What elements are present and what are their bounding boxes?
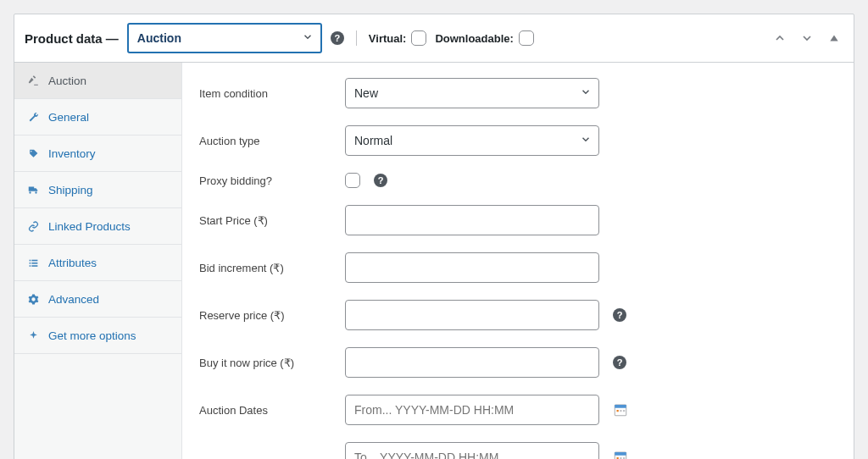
product-type-select[interactable]: Auction xyxy=(127,23,322,53)
field-auction-dates-to xyxy=(199,442,837,459)
question-mark-icon[interactable]: ? xyxy=(613,308,626,322)
field-bid-increment: Bid increment (₹) xyxy=(199,252,837,283)
virtual-label: Virtual: xyxy=(369,32,407,45)
tab-auction[interactable]: Auction xyxy=(14,63,181,99)
svg-rect-5 xyxy=(29,265,31,267)
proxy-bidding-label: Proxy bidding? xyxy=(199,174,331,187)
auction-date-to-input[interactable] xyxy=(345,442,599,459)
bid-increment-input[interactable] xyxy=(345,252,599,283)
tag-icon xyxy=(26,147,40,160)
svg-rect-11 xyxy=(623,410,625,412)
tab-label: Auction xyxy=(48,75,86,87)
auction-type-value: Normal xyxy=(354,134,392,147)
svg-rect-9 xyxy=(617,410,619,412)
chevron-down-icon xyxy=(302,31,314,46)
move-up-icon[interactable] xyxy=(771,29,789,47)
wrench-icon xyxy=(26,110,40,124)
auction-date-from-input[interactable] xyxy=(345,395,599,425)
tab-label: Inventory xyxy=(48,147,96,160)
start-price-label: Start Price (₹) xyxy=(199,214,331,227)
buy-now-price-label: Buy it now price (₹) xyxy=(199,357,331,369)
proxy-bidding-checkbox[interactable] xyxy=(345,173,360,188)
start-price-input[interactable] xyxy=(345,205,599,235)
auction-dates-label: Auction Dates xyxy=(199,404,331,417)
tab-general[interactable]: General xyxy=(14,99,181,135)
toggle-panel-icon[interactable] xyxy=(825,29,843,47)
svg-rect-3 xyxy=(29,262,31,263)
gear-icon xyxy=(26,292,40,306)
panel-title: Product data — xyxy=(25,31,119,46)
reserve-price-input[interactable] xyxy=(345,300,599,330)
tab-label: Advanced xyxy=(48,293,99,306)
field-proxy-bidding: Proxy bidding? ? xyxy=(199,173,837,188)
chevron-down-icon xyxy=(580,134,592,148)
list-icon xyxy=(26,256,40,269)
item-condition-value: New xyxy=(354,86,378,100)
tab-linked-products[interactable]: Linked Products xyxy=(14,208,181,245)
tab-label: Get more options xyxy=(48,329,136,342)
virtual-checkbox[interactable] xyxy=(411,30,426,46)
truck-icon xyxy=(26,183,40,196)
calendar-icon[interactable] xyxy=(613,450,628,459)
link-icon xyxy=(26,219,40,233)
move-down-icon[interactable] xyxy=(798,29,816,47)
svg-rect-4 xyxy=(31,262,37,263)
field-reserve-price: Reserve price (₹) ? xyxy=(199,300,837,330)
tab-label: Shipping xyxy=(48,184,93,196)
tab-label: Attributes xyxy=(48,257,97,269)
tab-get-more-options[interactable]: Get more options xyxy=(14,318,181,354)
reserve-price-label: Reserve price (₹) xyxy=(199,309,331,322)
product-data-panel: Product data — Auction ? Virtual: Downlo… xyxy=(14,14,854,459)
tab-inventory[interactable]: Inventory xyxy=(14,135,181,172)
field-auction-type: Auction type Normal xyxy=(199,125,837,156)
svg-marker-0 xyxy=(830,36,837,41)
item-condition-label: Item condition xyxy=(199,87,331,100)
field-buy-now-price: Buy it now price (₹) ? xyxy=(199,347,837,378)
separator xyxy=(356,30,357,46)
buy-now-price-input[interactable] xyxy=(345,347,599,378)
svg-rect-13 xyxy=(615,452,626,456)
auction-type-select[interactable]: Normal xyxy=(345,125,599,156)
question-mark-icon[interactable]: ? xyxy=(613,356,626,369)
bid-increment-label: Bid increment (₹) xyxy=(199,262,331,274)
tabs-sidebar: Auction General Inventory Shipping xyxy=(14,63,182,459)
panel-body: Auction General Inventory Shipping xyxy=(14,63,854,459)
tab-content: Item condition New Auction type Normal xyxy=(182,63,854,459)
sparkle-icon xyxy=(26,329,40,342)
downloadable-checkbox[interactable] xyxy=(519,30,534,46)
downloadable-label: Downloadable: xyxy=(435,32,513,45)
field-auction-dates-from: Auction Dates xyxy=(199,395,837,425)
question-mark-icon[interactable]: ? xyxy=(374,174,387,187)
auction-type-label: Auction type xyxy=(199,135,331,147)
virtual-option: Virtual: xyxy=(369,30,427,46)
field-item-condition: Item condition New xyxy=(199,78,837,108)
tab-shipping[interactable]: Shipping xyxy=(14,172,181,208)
svg-rect-8 xyxy=(615,405,626,408)
tab-advanced[interactable]: Advanced xyxy=(14,281,181,318)
panel-header: Product data — Auction ? Virtual: Downlo… xyxy=(14,14,854,63)
calendar-icon[interactable] xyxy=(613,402,628,418)
tab-label: General xyxy=(48,111,89,124)
product-type-value: Auction xyxy=(137,31,181,45)
svg-rect-6 xyxy=(31,265,37,267)
field-start-price: Start Price (₹) xyxy=(199,205,837,235)
svg-rect-1 xyxy=(29,259,31,261)
item-condition-select[interactable]: New xyxy=(345,78,599,108)
chevron-down-icon xyxy=(580,86,592,101)
tab-label: Linked Products xyxy=(48,220,131,233)
svg-rect-2 xyxy=(31,259,37,261)
question-mark-icon[interactable]: ? xyxy=(331,31,344,45)
hammer-icon xyxy=(26,74,40,87)
svg-rect-10 xyxy=(620,410,621,412)
downloadable-option: Downloadable: xyxy=(435,30,533,46)
tab-attributes[interactable]: Attributes xyxy=(14,245,181,281)
